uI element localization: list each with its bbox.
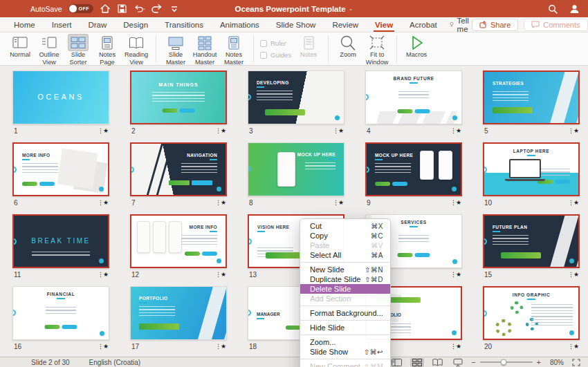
- slide-number: 6: [14, 199, 18, 207]
- slide-thumbnail-4[interactable]: BRAND FUTURE: [365, 70, 462, 124]
- tab-slide-show[interactable]: Slide Show: [268, 17, 324, 32]
- ruler-checkbox-row[interactable]: Ruler: [260, 39, 291, 47]
- tab-animations[interactable]: Animations: [212, 17, 268, 32]
- normal-button[interactable]: Normal: [6, 34, 35, 59]
- slide-thumbnail-2[interactable]: MAIN THINGS: [130, 70, 227, 124]
- transition-star-icon: ⋮★: [568, 271, 578, 278]
- slide-master-button[interactable]: Slide Master: [161, 34, 190, 66]
- slide-thumbnail-11[interactable]: BREAK TIME: [12, 214, 109, 268]
- slide-cell: BRAND FUTURE4⋮★: [365, 70, 462, 135]
- context-menu-item-copy[interactable]: Copy⌘C: [300, 231, 390, 241]
- context-menu: Cut⌘XCopy⌘CPaste⌘VSelect All⌘ANew Slide⇧…: [300, 218, 391, 367]
- notes-page-label: Notes Page: [93, 51, 122, 66]
- tab-acrobat[interactable]: Acrobat: [401, 17, 445, 32]
- slide-master-icon: [165, 34, 186, 51]
- fit-to-window-button[interactable]: Fit to Window: [362, 34, 392, 66]
- transition-star-icon: ⋮★: [215, 271, 226, 278]
- redo-icon[interactable]: [151, 3, 163, 15]
- slide-grid: OCEANS1⋮★MAIN THINGS2⋮★DEVELOPING3⋮★BRAN…: [0, 66, 588, 357]
- notes-page-button[interactable]: Notes Page: [93, 34, 122, 66]
- slide-thumbnail-7[interactable]: NAVIGATION: [130, 142, 227, 196]
- slide-cell: MAIN THINGS2⋮★: [130, 70, 227, 135]
- transition-star-icon: ⋮★: [98, 343, 108, 350]
- context-menu-item-new-comment[interactable]: New Comment⇧⌘M: [300, 361, 390, 367]
- slide-cell: MOCK UP HERE8⋮★: [248, 142, 344, 207]
- comments-button[interactable]: Comments: [524, 19, 587, 31]
- fit-slide-to-window-button[interactable]: [570, 358, 582, 367]
- guides-checkbox[interactable]: [260, 52, 267, 59]
- slide-thumbnail-16[interactable]: FINANCIAL: [12, 286, 109, 340]
- normal-view-button[interactable]: [389, 358, 404, 367]
- transition-star-icon: ⋮★: [450, 199, 461, 206]
- tab-view[interactable]: View: [367, 17, 401, 32]
- slide-thumbnail-5[interactable]: STRATEGIES: [483, 70, 580, 124]
- account-icon[interactable]: [569, 3, 580, 15]
- undo-icon[interactable]: [134, 3, 145, 15]
- guides-checkbox-row[interactable]: Guides: [260, 51, 291, 59]
- slide-caption: 6⋮★: [12, 196, 109, 207]
- context-menu-item-add-section[interactable]: Add Section: [300, 294, 390, 303]
- zoom-out-button[interactable]: −: [471, 359, 475, 366]
- tab-insert[interactable]: Insert: [44, 17, 80, 32]
- tab-review[interactable]: Review: [324, 17, 367, 32]
- outline-view-icon: [39, 34, 59, 51]
- slide-thumbnail-3[interactable]: DEVELOPING: [248, 70, 344, 124]
- toolbar-overflow-icon[interactable]: [169, 3, 180, 15]
- reading-view-button[interactable]: [430, 358, 445, 367]
- tell-me[interactable]: Tell me: [450, 17, 472, 32]
- slide-thumbnail-17[interactable]: PORTFOLIO: [130, 286, 227, 340]
- zoom-slider-knob[interactable]: [500, 359, 506, 366]
- ruler-checkbox[interactable]: [260, 40, 267, 47]
- tab-home[interactable]: Home: [6, 17, 44, 32]
- slide-thumbnail-20[interactable]: INFO GRAPHIC: [483, 286, 580, 340]
- slide-title: MORE INFO: [22, 153, 50, 160]
- slide-number: 2: [131, 127, 136, 135]
- context-menu-item-select-all[interactable]: Select All⌘A: [300, 250, 390, 260]
- language-indicator[interactable]: English (Croatia): [89, 359, 140, 366]
- home-icon[interactable]: [100, 3, 111, 15]
- title-chevron-icon[interactable]: ⌄: [349, 6, 353, 12]
- slide-show-button[interactable]: [451, 358, 465, 367]
- notes-master-button[interactable]: Notes Master: [219, 34, 248, 66]
- search-icon[interactable]: [547, 3, 558, 15]
- slide-thumbnail-8[interactable]: MOCK UP HERE: [248, 142, 344, 196]
- context-menu-item-zoom[interactable]: Zoom...: [300, 337, 390, 347]
- slide-thumbnail-12[interactable]: MORE INFO: [130, 214, 227, 268]
- save-icon[interactable]: [117, 3, 128, 15]
- zoom-level[interactable]: 80%: [547, 359, 564, 366]
- slide-thumbnail-6[interactable]: MORE INFO: [12, 142, 109, 196]
- handout-master-button[interactable]: Handout Master: [190, 34, 219, 66]
- zoom-button[interactable]: Zoom: [333, 34, 362, 59]
- zoom-slider[interactable]: [480, 361, 533, 363]
- slide-sorter-button[interactable]: Slide Sorter: [64, 34, 93, 66]
- tell-me-label: Tell me: [457, 17, 472, 33]
- slide-cell: PORTFOLIO17⋮★: [130, 286, 227, 351]
- slide-thumbnail-10[interactable]: LAPTOP HERE: [483, 142, 580, 196]
- slide-thumbnail-9[interactable]: MOCK UP HERE: [365, 142, 462, 196]
- tab-draw[interactable]: Draw: [80, 17, 115, 32]
- macros-button[interactable]: Macros: [402, 34, 431, 59]
- notes-button[interactable]: Notes: [294, 34, 323, 59]
- context-menu-item-slide-show[interactable]: Slide Show⇧⌘↩: [300, 347, 390, 357]
- slide-thumbnail-15[interactable]: FUTURE PLAN: [483, 214, 580, 268]
- tab-transitions[interactable]: Transitions: [156, 17, 212, 32]
- context-menu-item-hide-slide[interactable]: Hide Slide: [300, 323, 390, 332]
- slide-caption: 12⋮★: [130, 268, 227, 279]
- share-button[interactable]: Share: [472, 19, 518, 31]
- slide-cell: MOCK UP HERE9⋮★: [365, 142, 462, 207]
- reading-view-button[interactable]: Reading View: [122, 34, 151, 66]
- slide-caption: 9⋮★: [365, 196, 462, 207]
- slide-thumbnail-1[interactable]: OCEANS: [12, 70, 109, 124]
- context-menu-item-duplicate-slide[interactable]: Duplicate Slide⇧⌘D: [300, 274, 390, 284]
- autosave-toggle[interactable]: OFF: [68, 4, 93, 13]
- context-menu-item-cut[interactable]: Cut⌘X: [300, 221, 390, 231]
- context-menu-item-format-background[interactable]: Format Background...: [300, 308, 390, 318]
- outline-view-button[interactable]: Outline View: [35, 34, 64, 66]
- context-menu-item-new-slide[interactable]: New Slide⇧⌘N: [300, 265, 390, 274]
- zoom-in-button[interactable]: +: [537, 359, 541, 366]
- context-menu-item-delete-slide[interactable]: Delete Slide: [300, 284, 390, 294]
- slide-sorter-view-button[interactable]: [410, 358, 424, 367]
- context-menu-item-paste[interactable]: Paste⌘V: [300, 241, 390, 250]
- tab-design[interactable]: Design: [115, 17, 156, 32]
- slide-title: FINANCIAL: [13, 292, 109, 299]
